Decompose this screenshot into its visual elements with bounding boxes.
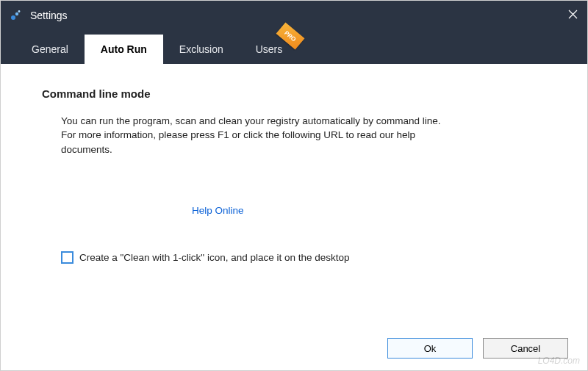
button-label: Cancel: [511, 343, 540, 354]
ok-button[interactable]: Ok: [387, 338, 473, 359]
window-title: Settings: [30, 10, 68, 21]
svg-point-0: [11, 15, 15, 20]
app-icon: [8, 8, 23, 23]
create-icon-checkbox[interactable]: [61, 251, 74, 264]
tab-general[interactable]: General: [15, 35, 85, 64]
checkbox-label: Create a "Clean with 1-click" icon, and …: [79, 251, 350, 265]
checkbox-row: Create a "Clean with 1-click" icon, and …: [61, 251, 546, 265]
section-description: You can run the program, scan and clean …: [61, 114, 458, 157]
svg-point-1: [15, 12, 18, 15]
dialog-footer: Ok Cancel: [1, 326, 587, 370]
section-body: You can run the program, scan and clean …: [42, 114, 546, 265]
tab-label: General: [32, 43, 68, 55]
svg-point-2: [18, 10, 21, 12]
tab-auto-run[interactable]: Auto Run: [85, 35, 163, 64]
content-area: Command line mode You can run the progra…: [1, 64, 587, 326]
tab-bar: General Auto Run Exclusion Users PRO: [1, 30, 587, 64]
cancel-button[interactable]: Cancel: [483, 338, 568, 359]
tab-label: Auto Run: [101, 43, 147, 55]
help-online-link[interactable]: Help Online: [192, 203, 244, 218]
tab-users[interactable]: Users PRO: [240, 35, 299, 64]
button-label: Ok: [424, 343, 437, 354]
close-icon: [568, 10, 578, 21]
tab-exclusion[interactable]: Exclusion: [163, 35, 240, 64]
tab-label: Users: [256, 43, 283, 55]
tab-label: Exclusion: [179, 43, 223, 55]
section-title: Command line mode: [42, 86, 546, 102]
close-button[interactable]: [558, 1, 587, 30]
title-bar: Settings: [1, 1, 587, 30]
settings-window: Settings General Auto Run Exclusion User…: [0, 0, 588, 371]
